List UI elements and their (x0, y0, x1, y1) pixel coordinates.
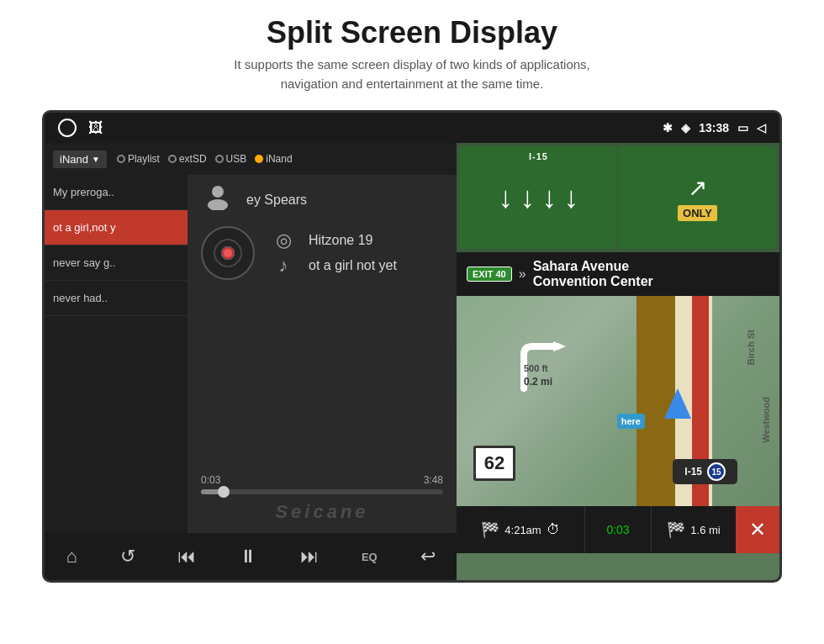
person-icon (201, 183, 235, 216)
device-frame: 🖼 ✱ ◈ 13:38 ▭ ◁ iNand ▼ Playlist (42, 110, 782, 583)
album-row: ◎ Hitzone 19 ♪ ot a girl not yet (201, 226, 443, 280)
only-arrow-icon: ↗ (688, 174, 707, 202)
vinyl-disc (201, 226, 255, 280)
controls-bar: ⌂ ↺ ⏮ ⏸ ⏭ EQ ↩ (45, 533, 457, 580)
arrow-down-4: ↓ (564, 180, 579, 215)
source-row: iNand ▼ Playlist extSD USB (45, 143, 457, 175)
back-icon: ◁ (757, 121, 766, 135)
playlist: My preroga.. ot a girl,not y never say g… (45, 175, 188, 533)
split-screen: iNand ▼ Playlist extSD USB (45, 143, 779, 580)
disc-icon: ◎ (267, 230, 300, 251)
dist-500: 500 ft (524, 363, 548, 373)
player-area: ey Spears ◎ Hitzone 19 (188, 175, 457, 533)
exit-text: Sahara Avenue Convention Center (533, 259, 653, 289)
circle-icon (58, 119, 77, 137)
source-usb[interactable]: USB (215, 153, 247, 165)
inand-radio (255, 155, 263, 163)
nav-close-button[interactable]: ✕ (736, 506, 779, 553)
exit-banner: EXIT 40 » Sahara Avenue Convention Cente… (457, 252, 779, 296)
artist-row: ey Spears (201, 183, 443, 216)
map-area: Birch St Westwood 500 ft 0.2 mi he (457, 296, 779, 506)
music-icon: ♪ (267, 255, 300, 277)
time-total: 3:48 (424, 474, 443, 486)
checkered-icon-right: 🏁 (667, 520, 685, 539)
speed-62-sign: 62 (473, 446, 515, 481)
list-item[interactable]: never say g.. (45, 245, 188, 281)
next-button[interactable]: ⏭ (292, 541, 327, 573)
repeat-button[interactable]: ↺ (112, 541, 144, 573)
remaining-dist: 1.6 mi (690, 524, 720, 536)
page-subtitle: It supports the same screen display of t… (0, 55, 824, 93)
home-button[interactable]: ⌂ (57, 541, 85, 573)
nav-triangle (664, 388, 691, 419)
nav-eta: 🏁 4:21am ⏱ (457, 520, 584, 539)
list-item[interactable]: never had.. (45, 281, 188, 316)
vinyl-center (222, 247, 234, 259)
time-current: 0:03 (201, 474, 220, 486)
list-item[interactable]: ot a girl,not y (45, 210, 188, 245)
playlist-radio (117, 155, 125, 163)
svg-point-1 (208, 199, 228, 210)
dist-mi: 0.2 mi (524, 376, 552, 388)
prev-button[interactable]: ⏮ (169, 541, 204, 573)
status-bar-right: ✱ ◈ 13:38 ▭ ◁ (663, 121, 766, 135)
exit-separator: » (519, 267, 526, 282)
source-dropdown[interactable]: iNand ▼ (53, 150, 107, 168)
progress-section: 0:03 3:48 (201, 467, 443, 498)
bluetooth-icon: ✱ (663, 121, 673, 135)
left-content: My preroga.. ot a girl,not y never say g… (45, 175, 457, 533)
arrow-down-1: ↓ (499, 180, 514, 215)
elapsed-time: 0:03 (606, 523, 629, 536)
location-icon: ◈ (681, 121, 690, 135)
battery-icon: ▭ (737, 121, 748, 135)
only-sign: ↗ ONLY (619, 146, 776, 249)
image-icon: 🖼 (88, 119, 103, 137)
left-panel: iNand ▼ Playlist extSD USB (45, 143, 457, 580)
page-header: Split Screen Display It supports the sam… (0, 0, 824, 102)
artist-name: ey Spears (246, 193, 307, 208)
nav-elapsed: 0:03 (584, 506, 652, 553)
road-label-birch: Birch St (746, 330, 756, 365)
source-extsd[interactable]: extSD (168, 153, 207, 165)
source-label: iNand (60, 153, 88, 166)
svg-marker-2 (553, 341, 566, 351)
road-label-westwood: Westwood (761, 397, 771, 443)
arrow-down-3: ↓ (542, 180, 557, 215)
page-title: Split Screen Display (0, 15, 824, 50)
highway-shield: 15 (707, 462, 726, 481)
eta-time: 4:21am (504, 524, 541, 536)
road-sign-i15: I-15 15 (673, 459, 737, 484)
dropdown-arrow: ▼ (92, 155, 100, 164)
here-logo: here (617, 414, 645, 429)
progress-thumb[interactable] (218, 486, 230, 498)
status-time: 13:38 (699, 121, 729, 135)
arrow-down-2: ↓ (520, 180, 536, 215)
time-row: 0:03 3:48 (201, 474, 443, 486)
track-info: ey Spears ◎ Hitzone 19 (201, 183, 443, 467)
back-button[interactable]: ↩ (412, 541, 444, 573)
nav-remaining: 🏁 1.6 mi (652, 520, 736, 539)
clock-icon: ⏱ (547, 522, 560, 537)
track-name: ot a girl not yet (309, 258, 397, 273)
checkered-icon-left: 🏁 (481, 520, 499, 539)
exit-badge: EXIT 40 (467, 267, 512, 282)
usb-radio (215, 155, 224, 163)
pause-button[interactable]: ⏸ (230, 541, 266, 573)
extsd-radio (168, 155, 177, 163)
watermark: Seicane (201, 501, 443, 523)
sign-arrows: ↓ ↓ ↓ ↓ (499, 180, 579, 215)
right-panel: ↓ ↓ ↓ ↓ I-15 ↗ ONLY EXIT 40 » Sahara Av (457, 143, 779, 580)
album-name: Hitzone 19 (309, 233, 373, 248)
status-bar: 🖼 ✱ ◈ 13:38 ▭ ◁ (45, 113, 779, 143)
progress-bar[interactable] (201, 489, 443, 494)
nav-bottom-bar: 🏁 4:21am ⏱ 0:03 🏁 1.6 mi ✕ (457, 506, 779, 553)
list-item[interactable]: My preroga.. (45, 175, 188, 210)
source-inand[interactable]: iNand (255, 153, 292, 165)
green-sign-arrows: ↓ ↓ ↓ ↓ I-15 (460, 146, 617, 249)
nav-signs: ↓ ↓ ↓ ↓ I-15 ↗ ONLY (457, 143, 779, 252)
source-playlist[interactable]: Playlist (117, 153, 160, 165)
eq-button[interactable]: EQ (353, 546, 386, 568)
status-bar-left: 🖼 (58, 119, 103, 137)
source-options: Playlist extSD USB iNand (117, 153, 293, 165)
svg-point-0 (212, 186, 224, 198)
